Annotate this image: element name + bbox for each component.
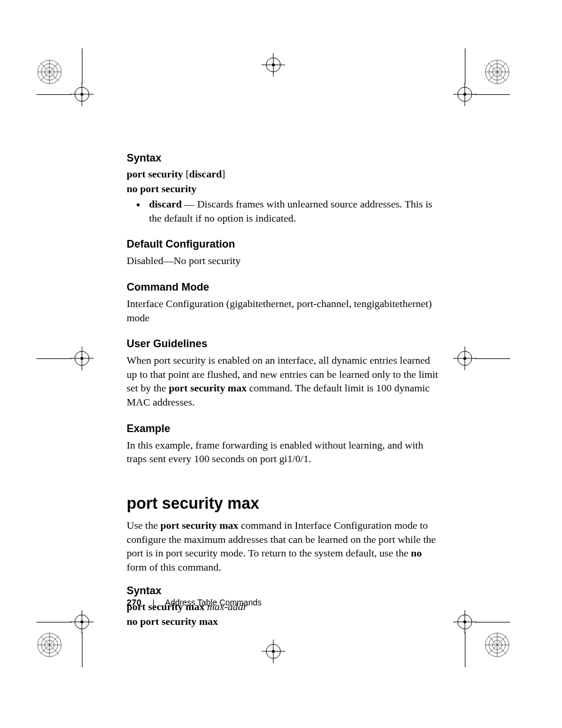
footer-separator — [153, 599, 154, 607]
heading-user-guidelines: User Guidelines — [127, 338, 442, 350]
crosshair-mark — [262, 53, 285, 77]
body-text: Use the port security max command in Int… — [127, 519, 442, 575]
section-default-config: Default Configuration Disabled—No port s… — [127, 238, 442, 268]
page-body: Syntax port security [discard] no port s… — [127, 152, 442, 641]
section-syntax: Syntax port security [discard] no port s… — [127, 152, 442, 225]
ornate-mark — [484, 632, 510, 658]
crop-rule — [82, 632, 82, 667]
crosshair-mark — [453, 347, 477, 370]
body-text: Interface Configuration (gigabitethernet… — [127, 297, 442, 325]
crop-rule — [475, 622, 510, 622]
crosshair-mark — [453, 83, 477, 106]
crop-rule — [465, 48, 465, 84]
crop-rule — [37, 622, 72, 622]
ornate-mark — [484, 59, 510, 85]
body-text: Disabled—No port security — [127, 254, 442, 268]
syntax-line: port security [discard] — [127, 168, 442, 180]
section-command-mode: Command Mode Interface Configuration (gi… — [127, 281, 442, 325]
syntax-line: no port security max — [127, 615, 442, 628]
body-text: When port security is enabled on an inte… — [127, 354, 442, 410]
heading-default-config: Default Configuration — [127, 238, 442, 251]
heading-syntax: Syntax — [127, 152, 442, 164]
crop-rule — [475, 94, 510, 95]
section-user-guidelines: User Guidelines When port security is en… — [127, 338, 442, 410]
crop-rule — [475, 358, 510, 359]
crosshair-mark — [70, 347, 94, 370]
heading-example: Example — [127, 423, 442, 435]
syntax-line: no port security — [127, 183, 442, 195]
crop-rule — [465, 632, 465, 667]
crop-rule — [82, 48, 82, 84]
crosshair-mark — [70, 83, 94, 106]
crop-rule — [37, 358, 72, 359]
bullet-list: discard — Discards frames with unlearned… — [127, 197, 442, 225]
crop-rule — [37, 94, 72, 95]
page-number: 270 — [127, 597, 141, 607]
section-example: Example In this example, frame forwardin… — [127, 423, 442, 466]
ornate-mark — [37, 59, 62, 85]
ornate-mark — [37, 632, 62, 658]
page-footer: 270 Address Table Commands — [127, 597, 262, 607]
chapter-name: Address Table Commands — [165, 598, 262, 607]
command-title: port security max — [127, 495, 442, 513]
heading-command-mode: Command Mode — [127, 281, 442, 294]
heading-syntax: Syntax — [127, 585, 442, 597]
crosshair-mark — [453, 610, 477, 634]
crosshair-mark — [262, 640, 285, 663]
crosshair-mark — [70, 610, 94, 634]
bullet-item: discard — Discards frames with unlearned… — [147, 197, 442, 225]
body-text: In this example, frame forwarding is ena… — [127, 439, 442, 466]
